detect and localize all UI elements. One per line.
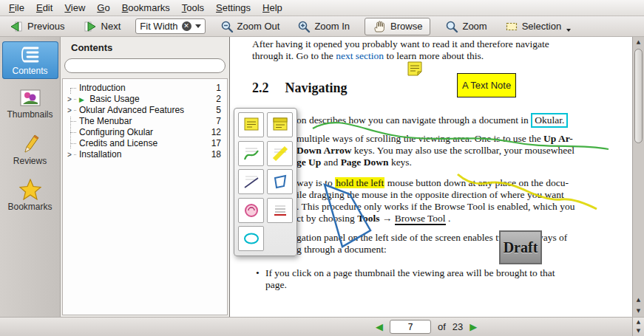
previous-button[interactable]: Previous [6, 19, 68, 34]
contents-icon [18, 45, 42, 64]
page-navigation: ◀ of 23 ▶ [376, 320, 477, 334]
browse-tool-button[interactable]: Browse [365, 18, 430, 35]
tree-item-installation[interactable]: > Installation 18 [63, 149, 227, 160]
note-tool-icon[interactable] [238, 112, 264, 137]
highlighter-tool-icon[interactable] [267, 141, 293, 166]
menu-view[interactable]: View [58, 1, 91, 15]
thumbnails-icon [19, 89, 41, 108]
selection-dropdown-icon[interactable] [566, 29, 571, 32]
straight-line-tool-icon[interactable] [238, 169, 264, 194]
page-number: 18 [211, 149, 221, 160]
sidebar-item-bookmarks[interactable]: Bookmarks [2, 175, 58, 215]
page-number: 17 [211, 138, 221, 149]
total-pages-label: 23 [453, 321, 463, 332]
scrollbar-corner[interactable]: ▲ ▼ [632, 318, 644, 336]
zoom-out-icon [220, 20, 234, 33]
doc-text-line: page. [265, 279, 287, 291]
cyan-box-annotation[interactable]: Okular. [531, 113, 568, 128]
tree-item-okular-advanced-features[interactable]: > Okular Advanced Features 5 [63, 105, 227, 116]
doc-text-line: multiple ways of scrolling the viewing a… [296, 133, 573, 145]
link-next-section[interactable]: next section [336, 50, 384, 61]
sidebar-item-thumbnails[interactable]: Thumbnails [2, 85, 58, 123]
zoom-combo[interactable]: Fit Width ✕ [135, 18, 205, 34]
chevron-down-icon [195, 24, 201, 28]
menu-edit[interactable]: Edit [30, 1, 58, 15]
expander-icon[interactable]: > [66, 149, 73, 160]
page-number-input[interactable] [390, 320, 431, 334]
underline-annotation[interactable]: Browse Tool [395, 213, 446, 225]
next-icon [83, 21, 98, 32]
scrollbar-thumb[interactable] [634, 49, 643, 143]
zoom-combo-value: Fit Width [140, 21, 177, 32]
expander-icon[interactable]: > [66, 105, 73, 116]
tree-item-introduction[interactable]: Introduction 1 [63, 83, 227, 94]
next-button[interactable]: Next [80, 19, 124, 34]
menu-help[interactable]: Help [257, 1, 288, 15]
vertical-scrollbar[interactable]: ▲ ▲ ▼ [632, 37, 644, 317]
selection-icon [505, 20, 518, 33]
doc-text-line: ile dragging the mouse in the opposite d… [296, 189, 564, 201]
toolbar: Previous Next Fit Width ✕ Zoom Out Zoom … [0, 16, 644, 37]
draft-stamp-annotation[interactable]: Draft [499, 230, 542, 264]
current-section-icon: ▶ [79, 96, 84, 103]
doc-text-line: After having it opened you probably want… [252, 38, 549, 50]
stamp-tool-icon[interactable] [238, 198, 264, 223]
scroll-up-icon[interactable]: ▲ [633, 37, 644, 48]
previous-page-icon[interactable]: ◀ [376, 321, 383, 332]
scroll-down-icon[interactable]: ▼ [633, 326, 644, 335]
scroll-down-icon[interactable]: ▼ [633, 306, 644, 317]
clear-icon[interactable]: ✕ [182, 21, 191, 31]
menu-file[interactable]: File [3, 1, 30, 15]
of-label: of [438, 321, 446, 332]
page-number: 12 [211, 127, 221, 138]
page-number: 2 [216, 94, 221, 105]
doc-text-line: on describes how you can navigate throug… [296, 114, 568, 126]
contents-panel: Contents Introduction 1 > ▶ Basic Usage … [61, 37, 229, 317]
tree-item-credits-and-license[interactable]: Credits and License 17 [63, 138, 227, 149]
contents-search-input[interactable] [64, 58, 226, 73]
browse-hand-icon [373, 20, 387, 33]
zoom-tool-button[interactable]: Zoom [442, 18, 489, 35]
annotation-toolbar-palette [234, 108, 297, 256]
tree-item-basic-usage[interactable]: > ▶ Basic Usage 2 [63, 94, 227, 105]
menu-tools[interactable]: Tools [176, 1, 210, 15]
doc-text-line: way is to hold the left mouse button dow… [296, 177, 569, 189]
zoom-in-icon [297, 20, 311, 33]
tree-item-configuring-okular[interactable]: Configuring Okular 12 [63, 127, 227, 138]
note-annotation-icon[interactable] [407, 61, 422, 76]
ellipse-tool-icon[interactable] [238, 226, 264, 251]
statusbar: ◀ of 23 ▶ ▲ ▼ [0, 317, 644, 336]
zoom-out-button[interactable]: Zoom Out [217, 18, 283, 35]
bookmarks-star-icon [19, 179, 41, 200]
zoom-in-button[interactable]: Zoom In [294, 18, 353, 35]
menu-bookmarks[interactable]: Bookmarks [116, 1, 176, 15]
polygon-tool-icon[interactable] [267, 169, 293, 194]
page-number: 5 [216, 105, 221, 116]
next-page-icon[interactable]: ▶ [470, 321, 477, 332]
doc-text-line: Down Arrow keys. You may also use the sc… [296, 145, 574, 157]
document-view[interactable]: After having it opened you probably want… [229, 37, 632, 317]
scroll-up-icon[interactable]: ▲ [633, 318, 644, 326]
menu-settings[interactable]: Settings [210, 1, 257, 15]
selection-tool-button[interactable]: Selection [502, 18, 574, 35]
contents-panel-title: Contents [71, 42, 229, 53]
sidebar-item-contents[interactable]: Contents [2, 41, 58, 79]
doc-bullet: • [256, 267, 260, 279]
doc-text-line: through it. Go to the next section to le… [252, 50, 484, 62]
tree-item-the-menubar[interactable]: The Menubar 7 [63, 116, 227, 127]
sidebar-item-reviews[interactable]: Reviews [2, 128, 58, 169]
freehand-line-tool-icon[interactable] [238, 141, 264, 166]
menubar: File Edit View Go Bookmarks Tools Settin… [0, 0, 644, 16]
expander-icon[interactable]: > [66, 94, 73, 105]
inline-note-tool-icon[interactable] [267, 112, 293, 137]
menu-go[interactable]: Go [91, 1, 115, 15]
highlight-annotation[interactable]: hold the left [335, 177, 384, 188]
reviews-pencil-icon [20, 132, 41, 154]
scroll-up-icon[interactable]: ▲ [633, 295, 644, 306]
doc-text-line: ct by choosing Tools → Browse Tool . [296, 213, 450, 224]
underline-tool-icon[interactable] [267, 198, 293, 223]
inline-text-note-annotation[interactable]: A Text Note [457, 73, 516, 97]
sidebar: Contents Thumbnails Reviews Bookmarks [0, 37, 61, 317]
contents-tree: Introduction 1 > ▶ Basic Usage 2 > Okula… [62, 78, 228, 315]
doc-text-line: . This procedure only works if the Brows… [296, 201, 575, 213]
